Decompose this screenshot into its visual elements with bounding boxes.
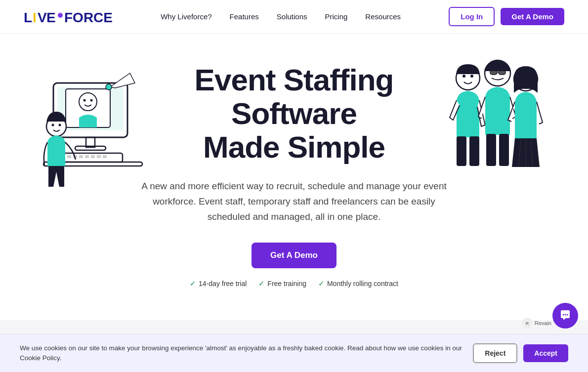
revain-label: Revain bbox=[535, 320, 551, 326]
svg-point-11 bbox=[90, 99, 93, 102]
hero-title: Event Staffing Software Made Simple bbox=[131, 63, 457, 165]
cookie-text: We use cookies on our site to make your … bbox=[20, 343, 463, 364]
accept-button[interactable]: Accept bbox=[523, 344, 568, 362]
svg-rect-37 bbox=[499, 134, 509, 166]
nav-links: Why Liveforce? Features Solutions Pricin… bbox=[161, 12, 401, 21]
chat-button[interactable] bbox=[552, 303, 578, 329]
svg-point-9 bbox=[79, 93, 97, 111]
svg-rect-21 bbox=[103, 155, 107, 158]
svg-rect-20 bbox=[97, 155, 101, 158]
get-demo-nav-button[interactable]: Get A Demo bbox=[501, 8, 564, 25]
hero-subtitle: A new and more efficient way to recruit,… bbox=[131, 178, 457, 225]
logo[interactable]: L I V E FORCE bbox=[24, 7, 113, 26]
svg-rect-36 bbox=[486, 134, 496, 166]
svg-rect-15 bbox=[67, 155, 71, 158]
svg-rect-31 bbox=[469, 136, 479, 166]
nav-solutions[interactable]: Solutions bbox=[277, 12, 307, 21]
svg-rect-19 bbox=[91, 155, 95, 158]
get-demo-hero-button[interactable]: Get A Demo bbox=[252, 243, 336, 268]
svg-rect-30 bbox=[457, 136, 466, 166]
check-icon-training: ✓ bbox=[258, 279, 265, 288]
svg-text:I: I bbox=[33, 10, 37, 25]
svg-point-46 bbox=[567, 314, 568, 316]
revain-badge: R Revain bbox=[522, 318, 551, 329]
svg-point-25 bbox=[59, 124, 61, 126]
svg-point-4 bbox=[58, 13, 63, 18]
chat-icon bbox=[559, 309, 572, 322]
login-button[interactable]: Log In bbox=[449, 7, 495, 26]
svg-rect-13 bbox=[75, 146, 106, 150]
nav-actions: Log In Get A Demo bbox=[449, 7, 564, 26]
svg-point-44 bbox=[563, 314, 564, 316]
check-icon-trial: ✓ bbox=[190, 279, 196, 288]
badge-training: ✓ Free training bbox=[258, 279, 306, 288]
hero-illustration-right bbox=[441, 43, 549, 204]
hero-badges: ✓ 14-day free trial ✓ Free training ✓ Mo… bbox=[131, 279, 457, 288]
check-icon-contract: ✓ bbox=[318, 279, 325, 288]
nav-features[interactable]: Features bbox=[230, 12, 259, 21]
badge-contract: ✓ Monthly rolling contract bbox=[318, 279, 398, 288]
nav-resources[interactable]: Resources bbox=[365, 12, 401, 21]
reject-button[interactable]: Reject bbox=[473, 343, 517, 363]
hero-section: Event Staffing Software Made Simple A ne… bbox=[0, 34, 588, 320]
svg-rect-18 bbox=[85, 155, 89, 158]
hero-content: Event Staffing Software Made Simple A ne… bbox=[131, 63, 457, 288]
svg-text:L: L bbox=[24, 10, 32, 25]
svg-rect-17 bbox=[79, 155, 83, 158]
nav-pricing[interactable]: Pricing bbox=[325, 12, 348, 21]
cookie-actions: Reject Accept bbox=[473, 343, 568, 363]
svg-point-24 bbox=[52, 124, 54, 126]
logo-svg: L I V E FORCE bbox=[24, 7, 113, 26]
svg-text:V: V bbox=[38, 10, 47, 25]
svg-text:FORCE: FORCE bbox=[64, 10, 113, 25]
badge-trial: ✓ 14-day free trial bbox=[190, 279, 247, 288]
cookie-banner: We use cookies on our site to make your … bbox=[0, 334, 588, 372]
svg-point-28 bbox=[462, 75, 465, 78]
svg-point-29 bbox=[470, 75, 473, 78]
svg-text:R: R bbox=[526, 321, 529, 326]
svg-point-10 bbox=[84, 99, 86, 102]
svg-text:E: E bbox=[46, 10, 56, 25]
svg-point-26 bbox=[106, 84, 112, 90]
main-nav: L I V E FORCE Why Liveforce? Features So… bbox=[0, 0, 588, 34]
nav-why-liveforce[interactable]: Why Liveforce? bbox=[161, 12, 211, 21]
revain-icon: R bbox=[522, 318, 533, 329]
svg-point-45 bbox=[565, 314, 566, 316]
